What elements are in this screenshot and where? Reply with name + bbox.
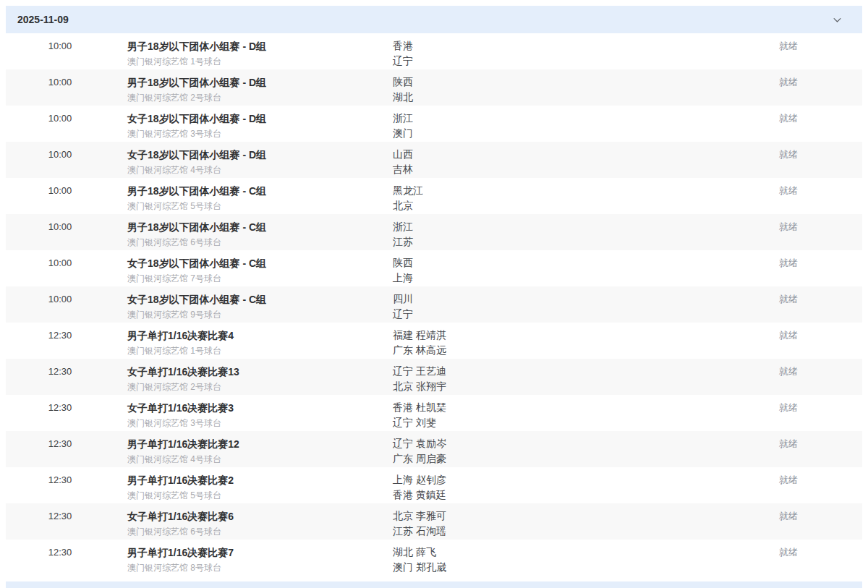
match-status: 就绪 [715, 286, 862, 307]
match-row[interactable]: 10:00 女子18岁以下团体小组赛 - D组 澳门银河综艺馆 3号球台 浙江 … [6, 106, 862, 142]
match-row[interactable]: 12:30 男子单打1/16决赛比赛4 澳门银河综艺馆 1号球台 福建 程靖淇 … [6, 323, 862, 359]
match-row[interactable]: 10:00 女子18岁以下团体小组赛 - D组 澳门银河综艺馆 4号球台 山西 … [6, 142, 862, 178]
match-side-2: 吉林 [393, 162, 715, 177]
match-row[interactable]: 10:00 男子18岁以下团体小组赛 - C组 澳门银河综艺馆 5号球台 黑龙江… [6, 178, 862, 214]
match-side-2: 上海 [393, 270, 715, 286]
match-title: 男子18岁以下团体小组赛 - C组 [127, 183, 386, 199]
match-time: 12:30 [6, 395, 114, 415]
match-row[interactable]: 10:00 女子18岁以下团体小组赛 - C组 澳门银河综艺馆 7号球台 陕西 … [6, 250, 862, 286]
match-side-1: 陕西 [393, 74, 715, 90]
match-event: 男子单打1/16决赛比赛12 澳门银河综艺馆 4号球台 [114, 431, 393, 466]
match-venue: 澳门银河综艺馆 1号球台 [127, 54, 386, 69]
match-row[interactable]: 10:00 女子18岁以下团体小组赛 - C组 澳门银河综艺馆 9号球台 四川 … [6, 286, 862, 323]
match-status: 就绪 [715, 69, 862, 90]
match-side-1: 福建 程靖淇 [393, 328, 715, 343]
match-status: 就绪 [715, 250, 862, 270]
match-venue: 澳门银河综艺馆 7号球台 [127, 271, 386, 286]
match-time: 12:30 [6, 467, 114, 487]
match-row[interactable]: 12:30 女子单打1/16决赛比赛6 澳门银河综艺馆 6号球台 北京 李雅可 … [6, 503, 862, 540]
match-event: 女子单打1/16决赛比赛3 澳门银河综艺馆 3号球台 [114, 395, 393, 430]
match-time: 10:00 [6, 250, 114, 270]
match-sides: 陕西 湖北 [393, 69, 715, 105]
match-title: 男子单打1/16决赛比赛7 [127, 545, 386, 561]
match-status: 就绪 [715, 395, 862, 415]
match-side-1: 辽宁 袁励岑 [393, 436, 715, 451]
match-row[interactable]: 12:30 男子单打1/16决赛比赛2 澳门银河综艺馆 5号球台 上海 赵钊彦 … [6, 467, 862, 503]
match-side-1: 山西 [393, 147, 715, 162]
match-event: 女子单打1/16决赛比赛6 澳门银河综艺馆 6号球台 [114, 503, 393, 539]
match-side-2: 辽宁 [393, 307, 715, 322]
match-row[interactable]: 12:30 女子单打1/16决赛比赛3 澳门银河综艺馆 3号球台 香港 杜凯琹 … [6, 395, 862, 431]
match-sides: 四川 辽宁 [393, 286, 715, 322]
match-sides: 陕西 上海 [393, 250, 715, 286]
match-event: 男子18岁以下团体小组赛 - C组 澳门银河综艺馆 5号球台 [114, 178, 393, 213]
match-time: 10:00 [6, 214, 114, 234]
match-sides: 辽宁 王艺迪 北京 张翔宇 [393, 359, 715, 394]
match-venue: 澳门银河综艺馆 5号球台 [127, 488, 386, 503]
match-row[interactable]: 10:00 男子18岁以下团体小组赛 - C组 澳门银河综艺馆 6号球台 浙江 … [6, 214, 862, 250]
match-sides: 福建 程靖淇 广东 林高远 [393, 323, 715, 358]
match-sides: 浙江 澳门 [393, 106, 715, 141]
match-side-2: 辽宁 [393, 54, 715, 69]
chevron-down-icon[interactable] [832, 14, 843, 25]
match-time: 10:00 [6, 142, 114, 162]
match-status: 就绪 [715, 431, 862, 451]
match-time: 10:00 [6, 106, 114, 126]
match-list: 10:00 男子18岁以下团体小组赛 - D组 澳门银河综艺馆 1号球台 香港 … [6, 33, 862, 576]
match-title: 男子单打1/16决赛比赛2 [127, 472, 386, 488]
match-side-2: 香港 黄鎮廷 [393, 487, 715, 503]
match-side-1: 上海 赵钊彦 [393, 472, 715, 487]
match-row[interactable]: 10:00 男子18岁以下团体小组赛 - D组 澳门银河综艺馆 1号球台 香港 … [6, 33, 862, 69]
match-side-1: 辽宁 王艺迪 [393, 364, 715, 379]
match-side-2: 北京 张翔宇 [393, 379, 715, 394]
match-venue: 澳门银河综艺馆 6号球台 [127, 524, 386, 539]
match-status: 就绪 [715, 359, 862, 379]
match-time: 10:00 [6, 33, 114, 54]
match-event: 女子18岁以下团体小组赛 - D组 澳门银河综艺馆 3号球台 [114, 106, 393, 141]
match-venue: 澳门银河综艺馆 4号球台 [127, 163, 386, 177]
match-venue: 澳门银河综艺馆 4号球台 [127, 452, 386, 466]
match-row[interactable]: 12:30 男子单打1/16决赛比赛12 澳门银河综艺馆 4号球台 辽宁 袁励岑… [6, 431, 862, 467]
match-status: 就绪 [715, 178, 862, 198]
match-side-2: 北京 [393, 198, 715, 213]
match-event: 女子单打1/16决赛比赛13 澳门银河综艺馆 2号球台 [114, 359, 393, 394]
match-side-2: 湖北 [393, 90, 715, 105]
match-title: 男子18岁以下团体小组赛 - D组 [127, 38, 386, 54]
match-event: 男子单打1/16决赛比赛2 澳门银河综艺馆 5号球台 [114, 467, 393, 503]
match-venue: 澳门银河综艺馆 9号球台 [127, 307, 386, 322]
match-venue: 澳门银河综艺馆 1号球台 [127, 344, 386, 358]
match-time: 10:00 [6, 178, 114, 198]
match-venue: 澳门银河综艺馆 2号球台 [127, 90, 386, 105]
match-side-2: 澳门 [393, 126, 715, 141]
match-status: 就绪 [715, 214, 862, 234]
match-venue: 澳门银河综艺馆 3号球台 [127, 127, 386, 141]
match-sides: 上海 赵钊彦 香港 黄鎮廷 [393, 467, 715, 503]
group-date-label: 2025-11-09 [17, 14, 69, 25]
match-status: 就绪 [715, 142, 862, 162]
match-event: 女子18岁以下团体小组赛 - C组 澳门银河综艺馆 9号球台 [114, 286, 393, 322]
match-side-1: 浙江 [393, 219, 715, 234]
match-sides: 湖北 薛飞 澳门 郑孔崴 [393, 540, 715, 575]
match-row[interactable]: 10:00 男子18岁以下团体小组赛 - D组 澳门银河综艺馆 2号球台 陕西 … [6, 69, 862, 106]
match-time: 10:00 [6, 286, 114, 307]
match-venue: 澳门银河综艺馆 5号球台 [127, 199, 386, 213]
match-side-2: 广东 林高远 [393, 343, 715, 358]
match-side-1: 黑龙江 [393, 183, 715, 198]
next-date-group-header[interactable] [6, 581, 862, 588]
match-sides: 香港 辽宁 [393, 33, 715, 69]
match-event: 男子18岁以下团体小组赛 - D组 澳门银河综艺馆 1号球台 [114, 33, 393, 69]
match-side-2: 辽宁 刘斐 [393, 415, 715, 430]
match-sides: 辽宁 袁励岑 广东 周启豪 [393, 431, 715, 466]
match-sides: 北京 李雅可 江苏 石洵瑶 [393, 503, 715, 539]
match-title: 男子单打1/16决赛比赛12 [127, 436, 386, 452]
match-status: 就绪 [715, 33, 862, 54]
match-row[interactable]: 12:30 男子单打1/16决赛比赛7 澳门银河综艺馆 8号球台 湖北 薛飞 澳… [6, 540, 862, 576]
match-time: 12:30 [6, 503, 114, 524]
match-sides: 浙江 江苏 [393, 214, 715, 250]
match-venue: 澳门银河综艺馆 6号球台 [127, 235, 386, 250]
match-time: 12:30 [6, 431, 114, 451]
match-title: 女子单打1/16决赛比赛6 [127, 508, 386, 524]
date-group-header[interactable]: 2025-11-09 [6, 6, 862, 33]
match-row[interactable]: 12:30 女子单打1/16决赛比赛13 澳门银河综艺馆 2号球台 辽宁 王艺迪… [6, 359, 862, 395]
match-title: 女子单打1/16决赛比赛13 [127, 364, 386, 380]
